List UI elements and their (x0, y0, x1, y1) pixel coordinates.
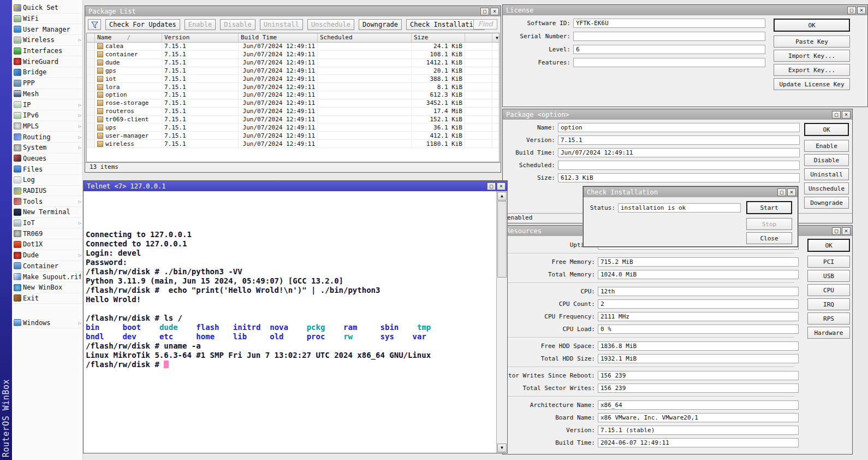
package-downgrade-button[interactable]: Downgrade (804, 197, 849, 209)
resources-build-time-field[interactable]: 2024-06-07 12:49:11 (598, 438, 799, 447)
package-scheduled-field[interactable] (558, 161, 800, 170)
sidebar-item-dot1x[interactable]: Dot1X (12, 239, 82, 250)
sidebar-item-wireguard[interactable]: WireGuard (12, 56, 82, 67)
resources-cpu-field[interactable]: 12th (598, 287, 799, 296)
sidebar-item-queues[interactable]: Queues (12, 154, 82, 164)
sidebar-item-make-supout-rif[interactable]: Make Supout.rif (12, 272, 82, 282)
sidebar-item-mesh[interactable]: Mesh (12, 89, 82, 100)
resources-cpu-load-field[interactable]: 0 % (598, 325, 799, 334)
sidebar-item-mpls[interactable]: MPLS▷ (12, 121, 82, 132)
check-for-updates-button[interactable]: Check For Updates (105, 19, 180, 30)
license-update-license-key-button[interactable]: Update License Key (774, 78, 850, 90)
sidebar-item-log[interactable]: Log (12, 175, 82, 186)
package-version-field[interactable]: 7.15.1 (558, 135, 800, 145)
resources-architecture-name-field[interactable]: x86_64 (598, 400, 799, 410)
license-titlebar[interactable]: License □ × (503, 5, 867, 15)
package-row-iot[interactable]: iot7.15.1Jun/07/2024 12:49:11388.1 KiB (87, 75, 499, 83)
sidebar-item-interfaces[interactable]: Interfaces (12, 46, 82, 57)
close-icon[interactable]: × (857, 7, 866, 14)
close-icon[interactable]: × (842, 111, 851, 119)
sidebar-item-dude[interactable]: Dude▷ (12, 250, 82, 261)
uninstall-button[interactable]: Uninstall (260, 19, 303, 30)
maximize-icon[interactable]: □ (832, 227, 841, 235)
check-start-button[interactable]: Start (746, 201, 792, 214)
package-enable-button[interactable]: Enable (804, 140, 849, 152)
package-row-lora[interactable]: lora7.15.1Jun/07/2024 12:49:118.1 KiB (87, 83, 499, 91)
package-size-field[interactable]: 612.3 KiB (558, 173, 800, 182)
resources-total-hdd-size-field[interactable]: 1932.1 MiB (598, 354, 799, 363)
resources-cpu-button[interactable]: CPU (807, 284, 850, 296)
resources-free-memory-field[interactable]: 715.2 MiB (598, 257, 799, 267)
disable-button[interactable]: Disable (220, 19, 255, 30)
sidebar-item-ipv6[interactable]: IPv6▷ (12, 110, 82, 121)
license-features-field[interactable] (573, 58, 765, 67)
column-header-scheduled[interactable]: Scheduled (318, 33, 412, 42)
sidebar-item-quick-set[interactable]: Quick Set (12, 3, 82, 14)
sidebar-item-container[interactable]: Container (12, 261, 82, 272)
package-row-rose-storage[interactable]: rose-storage7.15.1Jun/07/2024 12:49:1134… (87, 99, 499, 108)
package-unschedule-button[interactable]: Unschedule (804, 182, 849, 194)
unschedule-button[interactable]: Unschedule (307, 19, 354, 30)
resources-version-field[interactable]: 7.15.1 (stable) (598, 426, 799, 435)
license-serial-number-field[interactable] (573, 32, 765, 41)
resources-pci-button[interactable]: PCI (807, 256, 850, 268)
resources-rps-button[interactable]: RPS (807, 312, 850, 325)
column-header-size[interactable]: Size (412, 33, 465, 42)
sidebar-item-new-winbox[interactable]: New WinBox (12, 282, 82, 293)
sidebar-item-new-terminal[interactable]: New Terminal (12, 207, 82, 218)
scrollbar-thumb[interactable] (497, 201, 507, 278)
enable-button[interactable]: Enable (185, 19, 216, 30)
sidebar-item-bridge[interactable]: Bridge (12, 67, 82, 78)
sidebar-item-routing[interactable]: Routing▷ (12, 132, 82, 143)
check-close-button[interactable]: Close (746, 232, 792, 244)
scroll-down-icon[interactable]: ▼ (497, 444, 507, 452)
package-row-gps[interactable]: gps7.15.1Jun/07/2024 12:49:1120.1 KiB (87, 67, 499, 75)
sidebar-item-iot[interactable]: IoT▷ (12, 218, 82, 229)
resources-ok-button[interactable]: OK (807, 239, 850, 252)
terminal-output[interactable]: Connecting to 127.0.0.1Connected to 127.… (84, 191, 496, 453)
check-installation-titlebar[interactable]: Check Installation □ × (584, 187, 798, 197)
resources-hardware-button[interactable]: Hardware (807, 327, 850, 339)
resources-cpu-count-field[interactable]: 2 (598, 299, 799, 309)
package-disable-button[interactable]: Disable (804, 154, 849, 166)
package-name-field[interactable]: option (558, 123, 800, 132)
close-icon[interactable]: × (842, 227, 851, 235)
package-row-user-manager[interactable]: user-manager7.15.1Jun/07/2024 12:49:1141… (87, 132, 499, 140)
license-export-key-button[interactable]: Export Key... (774, 64, 850, 76)
column-select-dropdown-icon[interactable]: ▼ (492, 33, 500, 42)
sidebar-item-wifi[interactable]: WiFi (12, 14, 82, 25)
maximize-icon[interactable]: □ (832, 111, 841, 119)
sidebar-item-exit[interactable]: Exit (12, 293, 82, 304)
license-level-field[interactable]: 6 (573, 45, 765, 54)
maximize-icon[interactable]: □ (847, 7, 856, 14)
license-import-key-button[interactable]: Import Key... (774, 50, 850, 62)
downgrade-button[interactable]: Downgrade (359, 19, 402, 30)
filter-icon-button[interactable] (88, 19, 101, 30)
maximize-icon[interactable]: □ (480, 8, 489, 15)
resources-total-sector-writes-field[interactable]: 156 239 (598, 384, 799, 393)
resources-total-memory-field[interactable]: 1024.0 MiB (598, 270, 799, 279)
telnet-titlebar[interactable]: Telnet <7> 127.0.0.1 □ × (84, 181, 507, 191)
package-ok-button[interactable]: OK (804, 123, 849, 136)
sidebar-item-ip[interactable]: IP▷ (12, 99, 82, 110)
package-row-wireless[interactable]: wireless7.15.1Jun/07/2024 12:49:111180.1… (87, 140, 499, 148)
check-status-field[interactable]: installation is ok (618, 203, 741, 213)
resources-irq-button[interactable]: IRQ (807, 298, 850, 310)
package-row-option[interactable]: option7.15.1Jun/07/2024 12:49:11612.3 Ki… (87, 91, 499, 99)
resources-board-name-field[interactable]: x86 VMware, Inc. VMware20,1 (598, 413, 799, 422)
close-icon[interactable]: × (787, 188, 796, 196)
column-header-name[interactable]: Name/ (95, 33, 162, 42)
sidebar-item-radius[interactable]: RADIUS (12, 186, 82, 197)
package-row-tr069-client[interactable]: tr069-client7.15.1Jun/07/2024 12:49:1115… (87, 116, 499, 124)
sidebar-item-wireless[interactable]: Wireless▷ (12, 35, 82, 46)
resources-cpu-frequency-field[interactable]: 2111 MHz (598, 312, 799, 321)
package-option-titlebar[interactable]: Package <option> □ × (503, 109, 852, 120)
package-row-calea[interactable]: calea7.15.1Jun/07/2024 12:49:1124.1 KiB (87, 43, 499, 51)
close-icon[interactable]: × (497, 182, 506, 190)
sidebar-item-files[interactable]: Files (12, 164, 82, 175)
sidebar-item-user-manager[interactable]: User Manager (12, 24, 82, 35)
license-software-id-field[interactable]: YFTK-EK6U (573, 19, 765, 28)
license-ok-button[interactable]: OK (774, 19, 850, 32)
package-build-time-field[interactable]: Jun/07/2024 12:49:11 (558, 148, 800, 157)
resources-usb-button[interactable]: USB (807, 270, 850, 282)
